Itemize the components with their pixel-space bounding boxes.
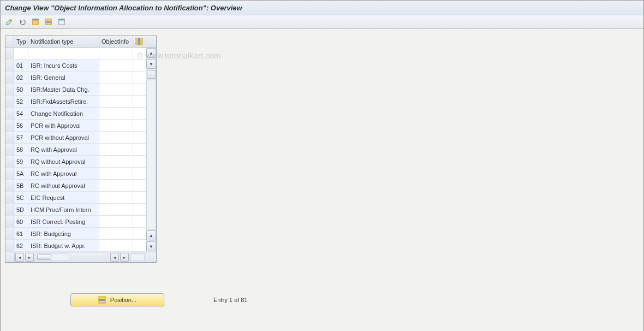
table-row[interactable] <box>5 48 146 60</box>
cell-objectinfo[interactable] <box>99 180 133 191</box>
hscroll-left-button[interactable]: ◂ <box>15 253 24 262</box>
row-selector[interactable] <box>5 144 14 155</box>
scroll-track[interactable] <box>146 80 156 229</box>
row-selector[interactable] <box>5 108 14 119</box>
row-selector[interactable] <box>5 228 14 239</box>
cell-notification-type[interactable]: Change Notification <box>28 108 99 119</box>
row-selector[interactable] <box>5 216 14 227</box>
row-selector[interactable] <box>5 168 14 179</box>
cell-notification-type[interactable]: EIC Request <box>28 192 99 203</box>
table-row[interactable]: 59RQ without Approval <box>5 156 146 168</box>
row-selector[interactable] <box>5 180 14 191</box>
cell-typ[interactable]: 02 <box>14 72 28 83</box>
cell-typ[interactable]: 62 <box>14 240 28 251</box>
cell-notification-type[interactable]: RQ with Approval <box>28 144 99 155</box>
cell-typ[interactable]: 56 <box>14 120 28 131</box>
row-selector[interactable] <box>5 96 14 107</box>
col-objectinfo[interactable]: ObjectInfo <box>99 36 133 47</box>
row-selector[interactable] <box>5 156 14 167</box>
cell-typ[interactable]: 57 <box>14 132 28 143</box>
table-row[interactable]: 58RQ with Approval <box>5 144 146 156</box>
row-selector[interactable] <box>5 192 14 203</box>
row-selector[interactable] <box>5 120 14 131</box>
cell-typ[interactable]: 59 <box>14 156 28 167</box>
horizontal-scrollbar[interactable]: ◂ ▸ ◂ ▸ <box>5 252 156 262</box>
table-row[interactable]: 61ISR: Budgeting <box>5 228 146 240</box>
cell-notification-type[interactable]: RC without Approval <box>28 180 99 191</box>
hscroll-left-button-2[interactable]: ◂ <box>110 253 119 262</box>
col-typ[interactable]: Typ <box>14 36 28 47</box>
table-row[interactable]: 60ISR Correct. Posting <box>5 216 146 228</box>
cell-objectinfo[interactable] <box>99 168 133 179</box>
cell-notification-type[interactable]: ISR: Budgeting <box>28 228 99 239</box>
edit-button[interactable] <box>4 16 15 27</box>
table-row[interactable]: 50ISR:Master Data Chg. <box>5 84 146 96</box>
cell-objectinfo[interactable] <box>99 96 133 107</box>
col-select[interactable] <box>5 36 14 47</box>
scroll-up-button-2[interactable]: ▲ <box>146 230 156 240</box>
scroll-down-button[interactable]: ▼ <box>146 59 156 69</box>
row-selector[interactable] <box>5 60 14 71</box>
row-selector[interactable] <box>5 132 14 143</box>
table-row[interactable]: 01ISR: Incurs Costs <box>5 60 146 72</box>
row-selector[interactable] <box>5 72 14 83</box>
select-all-button[interactable] <box>30 16 41 27</box>
cell-objectinfo[interactable] <box>99 204 133 215</box>
vertical-scrollbar[interactable]: ▲ ▼ ▲ ▼ <box>146 48 156 252</box>
cell-objectinfo[interactable] <box>99 108 133 119</box>
cell-notification-type[interactable]: ISR:Master Data Chg. <box>28 84 99 95</box>
table-row[interactable]: 5DHCM Proc/Form Intern <box>5 204 146 216</box>
hscroll-right-button-2[interactable]: ▸ <box>120 253 129 262</box>
cell-notification-type[interactable]: ISR:FxdAssetsRetire. <box>28 96 99 107</box>
cell-objectinfo[interactable] <box>99 60 133 71</box>
cell-objectinfo[interactable] <box>99 120 133 131</box>
cell-typ[interactable]: 61 <box>14 228 28 239</box>
cell-objectinfo[interactable] <box>99 228 133 239</box>
cell-notification-type[interactable]: RC with Approval <box>28 168 99 179</box>
cell-typ[interactable]: 5B <box>14 180 28 191</box>
position-button[interactable]: Position... <box>70 293 164 306</box>
table-row[interactable]: 62ISR: Budget w. Appr. <box>5 240 146 252</box>
table-row[interactable]: 57PCR without Approval <box>5 132 146 144</box>
cell-typ[interactable]: 01 <box>14 60 28 71</box>
cell-typ[interactable]: 52 <box>14 96 28 107</box>
table-row[interactable]: 56PCR with Approval <box>5 120 146 132</box>
scroll-down-button-2[interactable]: ▼ <box>146 241 156 251</box>
cell-typ[interactable]: 58 <box>14 144 28 155</box>
cell-objectinfo[interactable] <box>99 48 133 59</box>
cell-objectinfo[interactable] <box>99 156 133 167</box>
cell-notification-type[interactable]: ISR: General <box>28 72 99 83</box>
scroll-up-button[interactable]: ▲ <box>146 48 156 58</box>
cell-typ[interactable]: 5D <box>14 204 28 215</box>
cell-objectinfo[interactable] <box>99 144 133 155</box>
cell-objectinfo[interactable] <box>99 132 133 143</box>
cell-notification-type[interactable]: ISR: Budget w. Appr. <box>28 240 99 251</box>
cell-typ[interactable]: 50 <box>14 84 28 95</box>
table-row[interactable]: 5BRC without Approval <box>5 180 146 192</box>
hscroll-track-right[interactable] <box>130 253 145 261</box>
cell-notification-type[interactable] <box>28 48 99 59</box>
scroll-marker[interactable] <box>147 70 156 79</box>
table-row[interactable]: 5ARC with Approval <box>5 168 146 180</box>
cell-notification-type[interactable]: PCR with Approval <box>28 120 99 131</box>
cell-typ[interactable]: 5A <box>14 168 28 179</box>
cell-notification-type[interactable]: ISR: Incurs Costs <box>28 60 99 71</box>
deselect-button[interactable] <box>56 16 67 27</box>
cell-notification-type[interactable]: RQ without Approval <box>28 156 99 167</box>
cell-objectinfo[interactable] <box>99 84 133 95</box>
cell-typ[interactable]: 60 <box>14 216 28 227</box>
hscroll-track-left[interactable] <box>35 253 69 261</box>
cell-objectinfo[interactable] <box>99 72 133 83</box>
cell-typ[interactable]: 54 <box>14 108 28 119</box>
undo-button[interactable] <box>17 16 28 27</box>
row-selector[interactable] <box>5 48 14 59</box>
table-row[interactable]: 54Change Notification <box>5 108 146 120</box>
table-row[interactable]: 5CEIC Request <box>5 192 146 204</box>
table-row[interactable]: 52ISR:FxdAssetsRetire. <box>5 96 146 108</box>
cell-notification-type[interactable]: PCR without Approval <box>28 132 99 143</box>
cell-objectinfo[interactable] <box>99 192 133 203</box>
col-configure[interactable] <box>133 36 145 47</box>
row-selector[interactable] <box>5 204 14 215</box>
cell-objectinfo[interactable] <box>99 240 133 251</box>
cell-typ[interactable] <box>14 48 28 59</box>
